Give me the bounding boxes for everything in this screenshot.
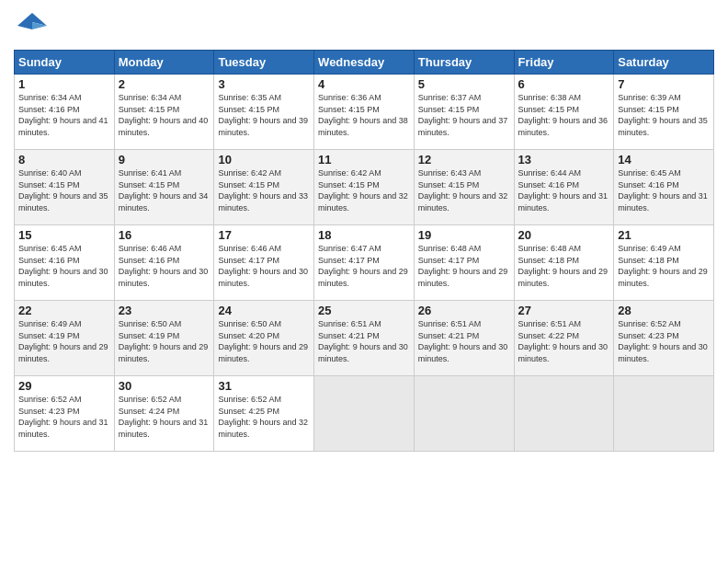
day-number: 20 <box>518 228 610 242</box>
table-row: 7 Sunrise: 6:39 AMSunset: 4:15 PMDayligh… <box>614 75 714 150</box>
day-detail: Sunrise: 6:48 AMSunset: 4:18 PMDaylight:… <box>518 244 609 288</box>
day-detail: Sunrise: 6:38 AMSunset: 4:15 PMDaylight:… <box>518 93 609 137</box>
table-row: 14 Sunrise: 6:45 AMSunset: 4:16 PMDaylig… <box>614 150 714 225</box>
day-detail: Sunrise: 6:47 AMSunset: 4:17 PMDaylight:… <box>318 244 408 288</box>
day-detail: Sunrise: 6:43 AMSunset: 4:15 PMDaylight:… <box>418 168 508 213</box>
day-number: 21 <box>618 228 710 242</box>
table-row: 17 Sunrise: 6:46 AMSunset: 4:17 PMDaylig… <box>214 225 314 301</box>
day-detail: Sunrise: 6:46 AMSunset: 4:17 PMDaylight:… <box>218 244 308 288</box>
header-wednesday: Wednesday <box>314 51 415 75</box>
table-row: 2 Sunrise: 6:34 AMSunset: 4:15 PMDayligh… <box>114 75 214 150</box>
day-number: 22 <box>18 304 110 317</box>
calendar-week-1: 1 Sunrise: 6:34 AMSunset: 4:16 PMDayligh… <box>15 75 714 150</box>
table-row: 23 Sunrise: 6:50 AMSunset: 4:19 PMDaylig… <box>114 301 214 376</box>
day-number: 24 <box>218 304 310 317</box>
day-detail: Sunrise: 6:40 AMSunset: 4:15 PMDaylight:… <box>18 168 108 213</box>
day-detail: Sunrise: 6:42 AMSunset: 4:15 PMDaylight:… <box>218 168 308 213</box>
day-detail: Sunrise: 6:36 AMSunset: 4:15 PMDaylight:… <box>318 93 408 137</box>
day-number: 15 <box>18 228 110 242</box>
header-sunday: Sunday <box>15 51 115 75</box>
day-detail: Sunrise: 6:35 AMSunset: 4:15 PMDaylight:… <box>218 93 308 137</box>
day-detail: Sunrise: 6:51 AMSunset: 4:21 PMDaylight:… <box>418 319 508 363</box>
logo-icon <box>14 9 47 42</box>
header-friday: Friday <box>514 51 614 75</box>
day-detail: Sunrise: 6:46 AMSunset: 4:16 PMDaylight:… <box>119 244 209 288</box>
day-detail: Sunrise: 6:49 AMSunset: 4:18 PMDaylight:… <box>618 244 708 288</box>
day-number: 2 <box>119 77 210 91</box>
table-row: 31 Sunrise: 6:52 AMSunset: 4:25 PMDaylig… <box>214 376 314 452</box>
calendar-week-2: 8 Sunrise: 6:40 AMSunset: 4:15 PMDayligh… <box>15 150 714 225</box>
table-row: 24 Sunrise: 6:50 AMSunset: 4:20 PMDaylig… <box>214 301 314 376</box>
day-number: 12 <box>418 153 510 167</box>
day-number: 16 <box>119 228 210 242</box>
day-number: 29 <box>18 379 110 393</box>
day-number: 9 <box>119 153 210 167</box>
table-row: 22 Sunrise: 6:49 AMSunset: 4:19 PMDaylig… <box>15 301 115 376</box>
day-number: 5 <box>418 77 510 91</box>
day-detail: Sunrise: 6:34 AMSunset: 4:16 PMDaylight:… <box>18 93 108 137</box>
calendar-week-3: 15 Sunrise: 6:45 AMSunset: 4:16 PMDaylig… <box>15 225 714 301</box>
page-container: SundayMondayTuesdayWednesdayThursdayFrid… <box>0 0 728 461</box>
day-number: 30 <box>119 379 210 393</box>
table-row: 1 Sunrise: 6:34 AMSunset: 4:16 PMDayligh… <box>15 75 115 150</box>
table-row: 20 Sunrise: 6:48 AMSunset: 4:18 PMDaylig… <box>514 225 614 301</box>
day-number: 10 <box>218 153 310 167</box>
calendar-week-4: 22 Sunrise: 6:49 AMSunset: 4:19 PMDaylig… <box>15 301 714 376</box>
table-row: 25 Sunrise: 6:51 AMSunset: 4:21 PMDaylig… <box>314 301 415 376</box>
header-thursday: Thursday <box>414 51 514 75</box>
day-number: 18 <box>318 228 410 242</box>
day-number: 23 <box>119 304 210 317</box>
table-row: 11 Sunrise: 6:42 AMSunset: 4:15 PMDaylig… <box>314 150 415 225</box>
day-number: 4 <box>318 77 410 91</box>
day-detail: Sunrise: 6:37 AMSunset: 4:15 PMDaylight:… <box>418 93 508 137</box>
day-detail: Sunrise: 6:51 AMSunset: 4:22 PMDaylight:… <box>518 319 609 363</box>
day-detail: Sunrise: 6:45 AMSunset: 4:16 PMDaylight:… <box>618 168 708 213</box>
day-number: 25 <box>318 304 410 317</box>
table-row: 18 Sunrise: 6:47 AMSunset: 4:17 PMDaylig… <box>314 225 415 301</box>
table-row: 28 Sunrise: 6:52 AMSunset: 4:23 PMDaylig… <box>614 301 714 376</box>
day-number: 27 <box>518 304 610 317</box>
day-detail: Sunrise: 6:42 AMSunset: 4:15 PMDaylight:… <box>318 168 408 213</box>
table-row: 3 Sunrise: 6:35 AMSunset: 4:15 PMDayligh… <box>214 75 314 150</box>
day-number: 7 <box>618 77 710 91</box>
day-detail: Sunrise: 6:51 AMSunset: 4:21 PMDaylight:… <box>318 319 408 363</box>
table-row: 26 Sunrise: 6:51 AMSunset: 4:21 PMDaylig… <box>414 301 514 376</box>
day-detail: Sunrise: 6:52 AMSunset: 4:23 PMDaylight:… <box>618 319 708 363</box>
table-row: 15 Sunrise: 6:45 AMSunset: 4:16 PMDaylig… <box>15 225 115 301</box>
day-detail: Sunrise: 6:50 AMSunset: 4:20 PMDaylight:… <box>218 319 308 363</box>
day-detail: Sunrise: 6:50 AMSunset: 4:19 PMDaylight:… <box>119 319 209 363</box>
day-number: 6 <box>518 77 610 91</box>
header-monday: Monday <box>114 51 214 75</box>
table-row: 6 Sunrise: 6:38 AMSunset: 4:15 PMDayligh… <box>514 75 614 150</box>
day-detail: Sunrise: 6:48 AMSunset: 4:17 PMDaylight:… <box>418 244 508 288</box>
day-detail: Sunrise: 6:44 AMSunset: 4:16 PMDaylight:… <box>518 168 609 213</box>
header <box>14 9 714 42</box>
table-row: 12 Sunrise: 6:43 AMSunset: 4:15 PMDaylig… <box>414 150 514 225</box>
day-number: 28 <box>618 304 710 317</box>
table-row <box>514 376 614 452</box>
day-detail: Sunrise: 6:52 AMSunset: 4:24 PMDaylight:… <box>119 395 209 439</box>
table-row: 29 Sunrise: 6:52 AMSunset: 4:23 PMDaylig… <box>15 376 115 452</box>
day-detail: Sunrise: 6:41 AMSunset: 4:15 PMDaylight:… <box>119 168 209 213</box>
day-number: 17 <box>218 228 310 242</box>
table-row: 5 Sunrise: 6:37 AMSunset: 4:15 PMDayligh… <box>414 75 514 150</box>
table-row: 8 Sunrise: 6:40 AMSunset: 4:15 PMDayligh… <box>15 150 115 225</box>
table-row <box>614 376 714 452</box>
table-row <box>414 376 514 452</box>
day-number: 1 <box>18 77 110 91</box>
day-detail: Sunrise: 6:52 AMSunset: 4:25 PMDaylight:… <box>218 395 308 439</box>
day-detail: Sunrise: 6:39 AMSunset: 4:15 PMDaylight:… <box>618 93 708 137</box>
day-number: 19 <box>418 228 510 242</box>
day-detail: Sunrise: 6:34 AMSunset: 4:15 PMDaylight:… <box>119 93 209 137</box>
table-row: 30 Sunrise: 6:52 AMSunset: 4:24 PMDaylig… <box>114 376 214 452</box>
day-detail: Sunrise: 6:45 AMSunset: 4:16 PMDaylight:… <box>18 244 108 288</box>
header-saturday: Saturday <box>614 51 714 75</box>
table-row: 10 Sunrise: 6:42 AMSunset: 4:15 PMDaylig… <box>214 150 314 225</box>
table-row: 21 Sunrise: 6:49 AMSunset: 4:18 PMDaylig… <box>614 225 714 301</box>
table-row: 19 Sunrise: 6:48 AMSunset: 4:17 PMDaylig… <box>414 225 514 301</box>
calendar-table: SundayMondayTuesdayWednesdayThursdayFrid… <box>14 50 714 452</box>
day-number: 3 <box>218 77 310 91</box>
day-number: 26 <box>418 304 510 317</box>
calendar-header-row: SundayMondayTuesdayWednesdayThursdayFrid… <box>15 51 714 75</box>
table-row: 27 Sunrise: 6:51 AMSunset: 4:22 PMDaylig… <box>514 301 614 376</box>
